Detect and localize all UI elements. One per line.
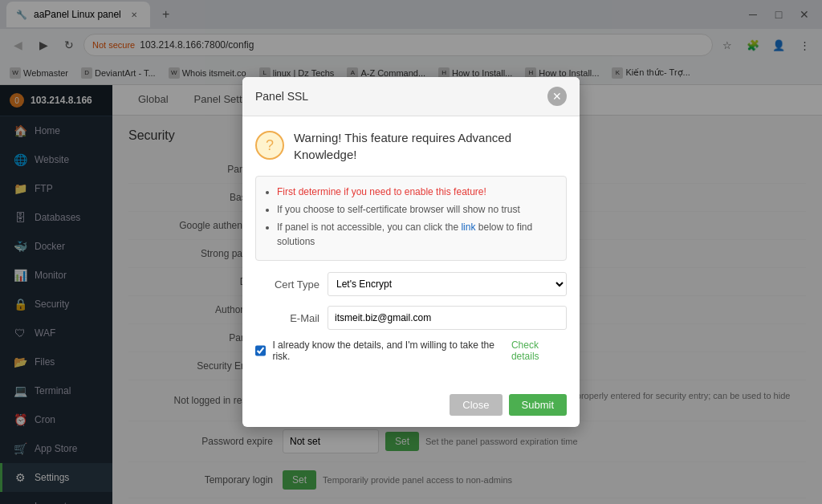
modal-header: Panel SSL ✕ — [242, 77, 580, 116]
warning-item-1: First determine if you need to enable th… — [277, 185, 556, 199]
check-details-link[interactable]: Check details — [511, 339, 567, 362]
modal-warning-title: Warning! This feature requires Advanced … — [294, 129, 567, 163]
modal-title: Panel SSL — [255, 90, 308, 103]
cert-type-select[interactable]: Let's Encrypt Self-signed Custom — [328, 272, 567, 296]
warning-link[interactable]: link — [461, 222, 475, 233]
email-label: E-Mail — [255, 312, 319, 324]
modal-submit-btn[interactable]: Submit — [509, 394, 567, 416]
cert-type-label: Cert Type — [255, 278, 319, 291]
email-input[interactable] — [328, 306, 567, 330]
modal-close-button[interactable]: ✕ — [547, 87, 567, 106]
checkbox-label: I already know the details, and I'm will… — [272, 339, 504, 362]
modal-overlay: Panel SSL ✕ ? Warning! This feature requ… — [0, 0, 822, 504]
warning-item-2: If you choose to self-certificate browse… — [277, 202, 556, 217]
modal-body: ? Warning! This feature requires Advance… — [242, 116, 580, 386]
warning-item-3-text: If panel is not accessible, you can clic… — [277, 222, 532, 247]
warning-icon: ? — [255, 131, 284, 160]
email-row: E-Mail — [255, 306, 567, 330]
modal-footer: Close Submit — [242, 386, 580, 427]
warning-item-1-text: First determine if you need to enable th… — [277, 186, 486, 197]
warning-item-2-text: If you choose to self-certificate browse… — [277, 204, 520, 215]
panel-ssl-modal: Panel SSL ✕ ? Warning! This feature requ… — [242, 77, 580, 427]
modal-warning: ? Warning! This feature requires Advance… — [255, 129, 567, 163]
agree-checkbox[interactable] — [255, 345, 266, 356]
warning-item-3: If panel is not accessible, you can clic… — [277, 220, 556, 249]
cert-type-row: Cert Type Let's Encrypt Self-signed Cust… — [255, 272, 567, 296]
checkbox-row: I already know the details, and I'm will… — [255, 339, 567, 362]
warning-list: First determine if you need to enable th… — [255, 176, 567, 261]
modal-close-btn[interactable]: Close — [450, 394, 502, 416]
